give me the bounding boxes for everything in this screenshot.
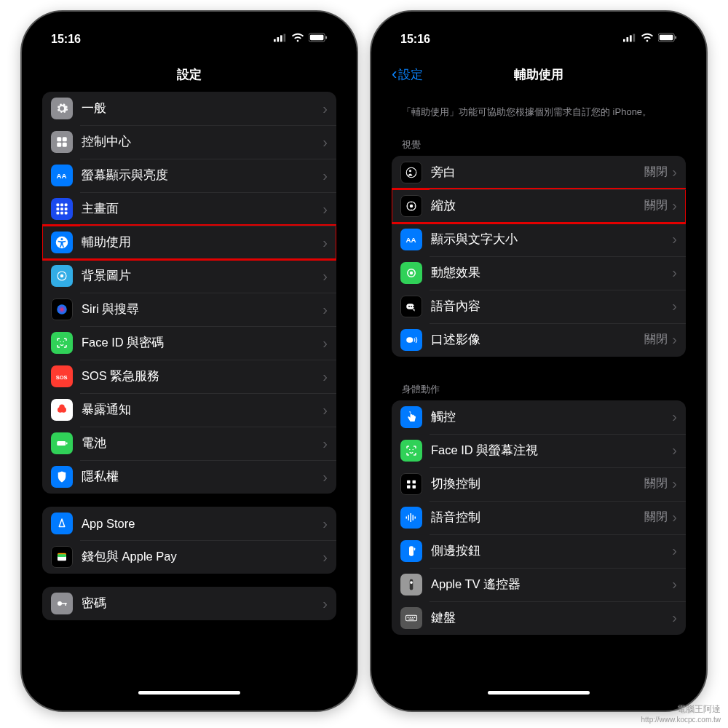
chevron-right-icon: › xyxy=(672,509,677,526)
settings-row-home-screen[interactable]: 主畫面› xyxy=(42,192,336,226)
row-label: SOS 緊急服務 xyxy=(82,368,323,384)
back-button[interactable]: ‹ 設定 xyxy=(392,65,423,84)
chevron-right-icon: › xyxy=(323,234,328,251)
battery-icon xyxy=(658,31,677,47)
accessibility-list[interactable]: 「輔助使用」功能可協助您根據個別需求自訂您的 iPhone。 視覺旁白關閉›縮放… xyxy=(381,92,696,695)
settings-group: 旁白關閉›縮放關閉›AA顯示與文字大小›動態效果›語音內容›口述影像關閉› xyxy=(392,156,686,357)
row-value: 關閉 xyxy=(644,198,668,213)
settings-row-accessibility[interactable]: 輔助使用› xyxy=(42,226,336,259)
settings-row-battery[interactable]: 電池› xyxy=(42,427,336,460)
row-value: 關閉 xyxy=(644,165,668,180)
watermark: 電腦王阿達 http://www.kocpc.com.tw xyxy=(641,703,721,724)
chevron-right-icon: › xyxy=(323,368,328,385)
settings-row-wallet[interactable]: 錢包與 Apple Pay› xyxy=(42,540,336,574)
settings-row-spoken[interactable]: 語音內容› xyxy=(392,290,686,323)
settings-row-gear[interactable]: 一般› xyxy=(42,92,336,125)
svg-rect-74 xyxy=(409,546,414,556)
svg-rect-42 xyxy=(630,35,632,41)
svg-point-48 xyxy=(409,170,411,172)
row-label: 旁白 xyxy=(431,165,644,181)
settings-row-appletv[interactable]: Apple TV 遙控器› xyxy=(392,568,686,601)
svg-point-50 xyxy=(410,204,414,207)
svg-point-53 xyxy=(407,205,408,207)
svg-point-77 xyxy=(410,581,413,584)
settings-row-appstore[interactable]: App Store› xyxy=(42,507,336,540)
svg-point-26 xyxy=(60,341,61,343)
svg-point-59 xyxy=(408,306,410,307)
row-value: 關閉 xyxy=(644,476,668,491)
svg-rect-20 xyxy=(65,212,68,215)
svg-text:AA: AA xyxy=(57,172,67,180)
settings-row-motion[interactable]: 動態效果› xyxy=(392,256,686,290)
settings-row-display[interactable]: AA螢幕顯示與亮度› xyxy=(42,159,336,192)
settings-row-passwords[interactable]: 密碼› xyxy=(42,587,336,620)
settings-row-siri[interactable]: Siri 與搜尋› xyxy=(42,293,336,326)
chevron-right-icon: › xyxy=(323,134,328,151)
row-label: 動態效果 xyxy=(431,265,672,281)
settings-row-voicectrl[interactable]: 語音控制關閉› xyxy=(392,501,686,534)
svg-rect-72 xyxy=(413,515,414,521)
svg-rect-43 xyxy=(633,34,636,42)
settings-row-faceid-attn[interactable]: Face ID 與螢幕注視› xyxy=(392,434,686,467)
svg-rect-36 xyxy=(58,554,66,557)
row-label: 螢幕顯示與亮度 xyxy=(82,167,323,183)
phone-left: 15:16 設定 一般›控制中心›AA螢幕顯示與亮度›主畫面›輔助使用›背景圖片… xyxy=(22,12,357,711)
home-indicator[interactable] xyxy=(138,691,240,695)
keyboard-icon xyxy=(400,607,422,629)
svg-point-25 xyxy=(57,304,67,314)
settings-row-audiodesc[interactable]: 口述影像關閉› xyxy=(392,323,686,357)
settings-row-faceid[interactable]: Face ID 與密碼› xyxy=(42,326,336,360)
siri-icon xyxy=(51,298,73,320)
home-indicator[interactable] xyxy=(488,691,590,695)
svg-rect-12 xyxy=(57,204,60,207)
settings-row-switch[interactable]: 切換控制關閉› xyxy=(392,467,686,501)
chevron-right-icon: › xyxy=(323,402,328,419)
row-label: Face ID 與密碼 xyxy=(82,335,323,351)
settings-row-keyboard[interactable]: 鍵盤› xyxy=(392,601,686,635)
voiceover-icon xyxy=(400,162,422,183)
section-header: 身體動作 xyxy=(392,370,686,400)
settings-row-exposure[interactable]: 暴露通知› xyxy=(42,393,336,427)
svg-rect-46 xyxy=(675,36,676,39)
settings-row-touch[interactable]: 觸控› xyxy=(392,400,686,434)
settings-row-control-center[interactable]: 控制中心› xyxy=(42,125,336,159)
settings-group: 密碼› xyxy=(42,587,336,620)
cellular-icon xyxy=(623,31,636,47)
chevron-right-icon: › xyxy=(323,268,328,285)
svg-rect-9 xyxy=(57,143,61,147)
audiodesc-icon xyxy=(400,329,422,351)
chevron-right-icon: › xyxy=(672,442,677,459)
svg-rect-75 xyxy=(414,547,416,550)
wifi-icon xyxy=(291,31,304,47)
svg-point-64 xyxy=(413,448,414,450)
svg-rect-82 xyxy=(414,617,416,618)
chevron-right-icon: › xyxy=(323,515,328,532)
svg-rect-5 xyxy=(310,35,324,40)
gear-icon xyxy=(51,98,73,119)
settings-row-sidebtn[interactable]: 側邊按鈕› xyxy=(392,534,686,568)
chevron-right-icon: › xyxy=(323,469,328,486)
sidebtn-icon xyxy=(400,540,422,562)
chevron-right-icon: › xyxy=(672,197,677,214)
svg-rect-70 xyxy=(408,515,410,521)
settings-row-sos[interactable]: SOSSOS 緊急服務› xyxy=(42,360,336,393)
wallet-icon xyxy=(51,546,73,568)
settings-row-textsize[interactable]: AA顯示與文字大小› xyxy=(392,223,686,256)
settings-row-zoom[interactable]: 縮放關閉› xyxy=(392,189,686,223)
row-label: 密碼 xyxy=(82,596,323,612)
settings-list[interactable]: 一般›控制中心›AA螢幕顯示與亮度›主畫面›輔助使用›背景圖片›Siri 與搜尋… xyxy=(32,92,347,695)
row-label: 鍵盤 xyxy=(431,610,672,626)
chevron-right-icon: › xyxy=(672,298,677,314)
row-value: 關閉 xyxy=(644,332,668,347)
chevron-right-icon: › xyxy=(672,264,677,281)
settings-row-privacy[interactable]: 隱私權› xyxy=(42,460,336,494)
chevron-right-icon: › xyxy=(672,331,677,348)
settings-row-voiceover[interactable]: 旁白關閉› xyxy=(392,156,686,189)
display-icon: AA xyxy=(51,165,73,186)
screen-right: 15:16 ‹ 設定 輔助使用 xyxy=(381,22,696,700)
svg-rect-80 xyxy=(410,617,411,618)
nav-bar-left: 設定 xyxy=(32,57,347,92)
zoom-icon xyxy=(400,195,422,217)
svg-point-60 xyxy=(411,306,412,307)
settings-row-wallpaper[interactable]: 背景圖片› xyxy=(42,259,336,293)
